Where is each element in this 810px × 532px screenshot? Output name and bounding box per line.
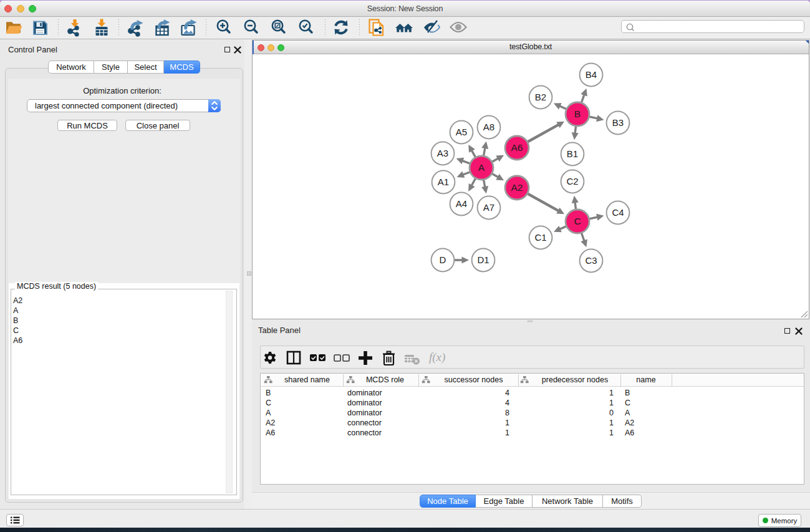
- svg-text:D: D: [440, 254, 446, 265]
- svg-text:B: B: [574, 109, 581, 119]
- svg-text:B4: B4: [586, 69, 597, 80]
- svg-text:C1: C1: [534, 232, 546, 243]
- svg-text:B2: B2: [535, 92, 546, 102]
- svg-text:C2: C2: [566, 176, 578, 186]
- svg-text:A8: A8: [483, 122, 494, 132]
- svg-text:A2: A2: [511, 182, 523, 193]
- svg-text:D1: D1: [477, 254, 489, 265]
- svg-text:A5: A5: [456, 127, 467, 137]
- svg-text:C3: C3: [585, 255, 597, 266]
- svg-text:B1: B1: [567, 148, 578, 159]
- svg-text:A3: A3: [437, 148, 448, 158]
- svg-text:B3: B3: [612, 117, 624, 128]
- svg-text:A1: A1: [438, 177, 449, 187]
- svg-text:A: A: [478, 162, 485, 173]
- svg-text:A4: A4: [456, 198, 467, 209]
- svg-text:C: C: [574, 216, 581, 226]
- svg-text:C4: C4: [612, 207, 624, 218]
- svg-text:A6: A6: [511, 142, 523, 153]
- svg-text:A7: A7: [483, 202, 494, 213]
